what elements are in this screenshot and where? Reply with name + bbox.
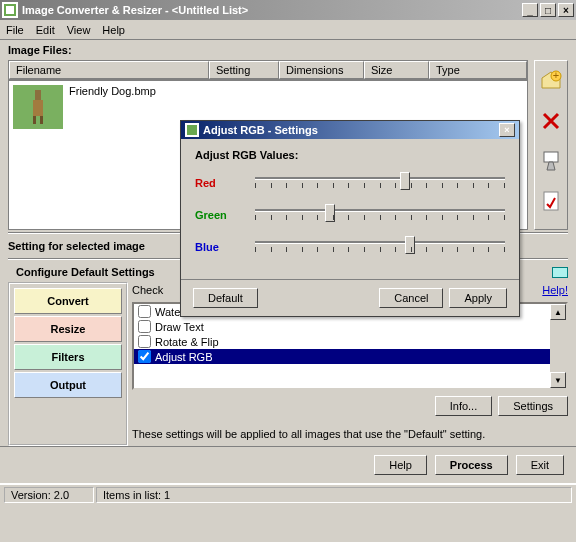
process-button[interactable]: Process bbox=[435, 455, 508, 475]
col-type[interactable]: Type bbox=[429, 61, 527, 79]
tab-column: Convert Resize Filters Output bbox=[8, 282, 128, 446]
table-header: Filename Setting Dimensions Size Type bbox=[8, 60, 528, 80]
app-icon bbox=[2, 2, 18, 18]
menu-edit[interactable]: Edit bbox=[36, 24, 55, 36]
green-label: Green bbox=[195, 209, 255, 221]
remove-file-button[interactable] bbox=[537, 107, 565, 135]
tab-filters[interactable]: Filters bbox=[14, 344, 122, 370]
svg-rect-9 bbox=[544, 192, 558, 210]
cancel-button[interactable]: Cancel bbox=[379, 288, 443, 308]
svg-rect-5 bbox=[40, 116, 43, 124]
filter-label: Adjust RGB bbox=[155, 351, 212, 363]
adjust-rgb-dialog: Adjust RGB - Settings × Adjust RGB Value… bbox=[180, 120, 520, 317]
svg-rect-10 bbox=[187, 125, 197, 135]
blue-slider-row: Blue bbox=[195, 237, 505, 257]
menu-help[interactable]: Help bbox=[102, 24, 125, 36]
scroll-up-icon[interactable]: ▲ bbox=[550, 304, 566, 320]
col-setting[interactable]: Setting bbox=[209, 61, 279, 79]
maximize-button[interactable]: □ bbox=[540, 3, 556, 17]
tab-convert[interactable]: Convert bbox=[14, 288, 122, 314]
dialog-icon bbox=[185, 123, 199, 137]
properties-button[interactable] bbox=[537, 187, 565, 215]
col-dimensions[interactable]: Dimensions bbox=[279, 61, 364, 79]
dialog-title: Adjust RGB - Settings bbox=[203, 124, 499, 136]
help-button[interactable]: Help bbox=[374, 455, 427, 475]
titlebar: Image Converter & Resizer - <Untitled Li… bbox=[0, 0, 576, 20]
exit-button[interactable]: Exit bbox=[516, 455, 564, 475]
help-link[interactable]: Help! bbox=[542, 284, 568, 296]
checkbox[interactable] bbox=[138, 350, 151, 363]
red-slider[interactable] bbox=[255, 173, 505, 193]
col-filename[interactable]: Filename bbox=[9, 61, 209, 79]
red-label: Red bbox=[195, 177, 255, 189]
minimize-button[interactable]: _ bbox=[522, 3, 538, 17]
dialog-titlebar[interactable]: Adjust RGB - Settings × bbox=[181, 121, 519, 139]
filter-adjust-rgb[interactable]: Adjust RGB bbox=[134, 349, 566, 364]
status-items: Items in list: 1 bbox=[96, 487, 572, 503]
settings-button[interactable]: Settings bbox=[498, 396, 568, 416]
filter-label: Draw Text bbox=[155, 321, 204, 333]
hint-text: These settings will be applied to all im… bbox=[132, 422, 568, 446]
svg-rect-2 bbox=[35, 90, 41, 100]
filter-label: Rotate & Flip bbox=[155, 336, 219, 348]
image-files-label: Image Files: bbox=[0, 40, 576, 60]
file-name: Friendly Dog.bmp bbox=[69, 85, 156, 97]
tab-resize[interactable]: Resize bbox=[14, 316, 122, 342]
scrollbar[interactable]: ▲ ▼ bbox=[550, 304, 566, 388]
color-indicator bbox=[552, 267, 568, 278]
checkbox[interactable] bbox=[138, 320, 151, 333]
dialog-heading: Adjust RGB Values: bbox=[195, 149, 505, 161]
menu-view[interactable]: View bbox=[67, 24, 91, 36]
blue-slider[interactable] bbox=[255, 237, 505, 257]
default-button[interactable]: Default bbox=[193, 288, 258, 308]
menu-file[interactable]: File bbox=[6, 24, 24, 36]
status-version: Version: 2.0 bbox=[4, 487, 94, 503]
filter-rotate-flip[interactable]: Rotate & Flip bbox=[134, 334, 566, 349]
statusbar: Version: 2.0 Items in list: 1 bbox=[0, 484, 576, 505]
filter-draw-text[interactable]: Draw Text bbox=[134, 319, 566, 334]
info-button[interactable]: Info... bbox=[435, 396, 493, 416]
svg-text:+: + bbox=[553, 70, 559, 81]
preview-button[interactable] bbox=[537, 147, 565, 175]
check-label: Check bbox=[132, 284, 163, 296]
svg-rect-1 bbox=[6, 6, 14, 14]
side-toolbar: + bbox=[534, 60, 568, 230]
close-button[interactable]: × bbox=[558, 3, 574, 17]
col-size[interactable]: Size bbox=[364, 61, 429, 79]
checkbox[interactable] bbox=[138, 335, 151, 348]
menubar: File Edit View Help bbox=[0, 20, 576, 40]
add-file-button[interactable]: + bbox=[537, 67, 565, 95]
dialog-close-button[interactable]: × bbox=[499, 123, 515, 137]
blue-label: Blue bbox=[195, 241, 255, 253]
apply-button[interactable]: Apply bbox=[449, 288, 507, 308]
tab-output[interactable]: Output bbox=[14, 372, 122, 398]
red-slider-row: Red bbox=[195, 173, 505, 193]
green-slider[interactable] bbox=[255, 205, 505, 225]
scroll-down-icon[interactable]: ▼ bbox=[550, 372, 566, 388]
svg-rect-3 bbox=[33, 100, 43, 116]
green-slider-row: Green bbox=[195, 205, 505, 225]
svg-rect-8 bbox=[544, 152, 558, 162]
thumbnail bbox=[13, 85, 63, 129]
window-title: Image Converter & Resizer - <Untitled Li… bbox=[22, 4, 520, 16]
svg-rect-4 bbox=[33, 116, 36, 124]
checkbox[interactable] bbox=[138, 305, 151, 318]
